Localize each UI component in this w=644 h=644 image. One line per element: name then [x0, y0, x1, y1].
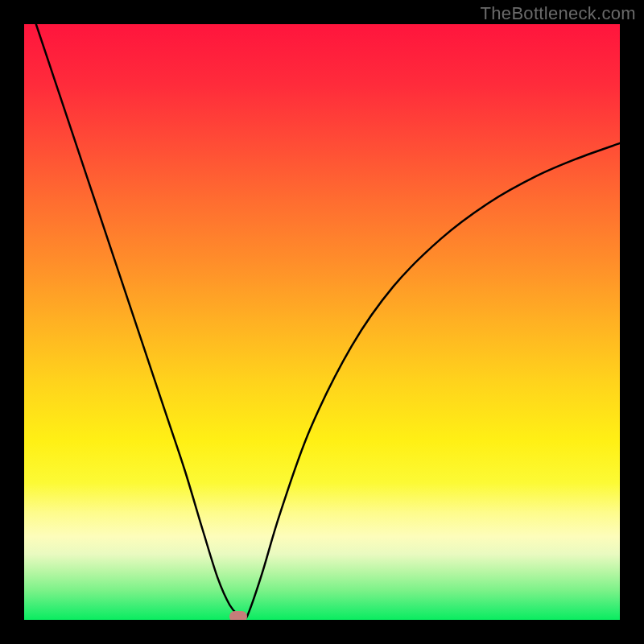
optimal-point-marker [229, 611, 247, 620]
plot-area [24, 24, 620, 620]
watermark-text: TheBottleneck.com [481, 3, 636, 24]
curve-svg [24, 24, 620, 620]
chart-frame: TheBottleneck.com [0, 0, 644, 644]
bottleneck-curve [36, 24, 620, 619]
